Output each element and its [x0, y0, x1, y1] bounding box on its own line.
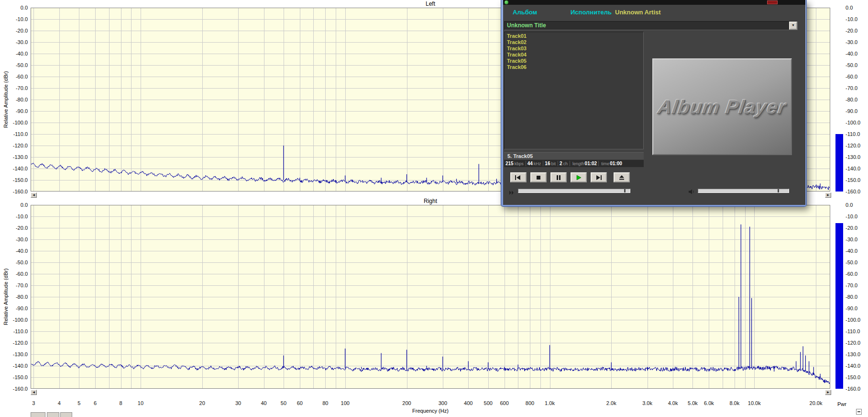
left-y-tick-label-right: -130.0: [846, 154, 860, 160]
channels-unit: ch: [563, 161, 568, 166]
volume-handle[interactable]: [778, 189, 779, 192]
left-y-tick-label: -20.0: [6, 28, 28, 34]
right-y-tick-label-right: -20.0: [846, 225, 857, 231]
right-y-tick-label-right: -10.0: [846, 214, 857, 220]
right-y-tick-label-right: -70.0: [846, 282, 857, 289]
left-y-tick-label: 0.0: [6, 5, 28, 11]
bitrate-unit: kbps: [515, 161, 524, 166]
track-list-item[interactable]: Track02: [507, 39, 643, 45]
left-y-tick-label: -100.0: [6, 120, 28, 126]
time-segment: time01:00: [599, 161, 624, 166]
x-tick-label: 60: [288, 400, 312, 406]
channels-value: 2: [560, 161, 562, 166]
stop-icon: [535, 175, 542, 180]
right-y-tick-label: -30.0: [6, 237, 28, 243]
left-y-tick-label: -60.0: [6, 74, 28, 80]
power-meter-label: Pwr: [837, 401, 846, 407]
right-y-tick-label-right: -60.0: [846, 271, 857, 277]
right-y-tick-label-right: -150.0: [846, 374, 860, 381]
left-y-tick-label: -10.0: [6, 16, 28, 23]
left-y-tick-label: -110.0: [6, 131, 28, 137]
app-icon: [505, 0, 508, 4]
window-control-fragment[interactable]: [767, 0, 778, 4]
samplerate-segment: 44kHz: [526, 161, 544, 166]
channels-segment: 2ch: [558, 161, 570, 166]
player-titlebar[interactable]: [503, 0, 805, 5]
left-y-tick-label-right: -50.0: [846, 62, 857, 68]
bitdepth-value: 16: [545, 161, 550, 166]
now-playing-status: 5. Track05: [504, 152, 644, 159]
background-window-fragment: [47, 412, 59, 417]
dropdown-button[interactable]: ▼: [789, 22, 797, 30]
time-label: time: [601, 161, 609, 166]
right-y-tick-label: -130.0: [6, 351, 28, 358]
left-y-tick-label: -50.0: [6, 62, 28, 68]
left-y-tick-label-right: -160.0: [846, 189, 860, 195]
right-y-tick-label-right: -50.0: [846, 259, 857, 266]
power-meter-collapse-box[interactable]: [856, 409, 862, 415]
left-power-meter: [835, 134, 843, 192]
track-list-item[interactable]: Track04: [507, 52, 643, 58]
progress-slider[interactable]: [518, 189, 630, 193]
samplerate-value: 44: [527, 161, 533, 166]
track-list-item[interactable]: Track03: [507, 45, 643, 52]
left-y-tick-label: -140.0: [6, 166, 28, 172]
left-y-tick-label-right: -90.0: [846, 108, 857, 114]
eject-button[interactable]: [614, 172, 630, 182]
volume-slider[interactable]: [698, 189, 789, 193]
album-title-dropdown[interactable]: Unknown Title ▼: [504, 21, 798, 30]
track-list-item[interactable]: Track06: [507, 64, 643, 70]
right-y-tick-label: -20.0: [6, 225, 28, 231]
length-segment: length01:02: [570, 161, 599, 166]
progress-handle[interactable]: [624, 189, 626, 192]
left-y-tick-label: -160.0: [6, 189, 28, 195]
artist-value: Unknown Artist: [615, 9, 661, 16]
stop-button[interactable]: [530, 172, 547, 182]
x-tick-label: 20: [190, 400, 214, 406]
right-y-tick-label-right: 0.0: [846, 202, 853, 208]
x-tick-label: 2.0k: [599, 400, 623, 406]
pause-button[interactable]: [550, 172, 567, 182]
eject-icon: [618, 175, 626, 180]
left-chart-scroll-right-button[interactable]: ▶: [825, 192, 831, 198]
album-player-logo: Album Player: [657, 96, 788, 118]
now-playing-text: 5. Track05: [507, 153, 533, 159]
left-y-tick-label: -80.0: [6, 97, 28, 103]
track-list-item[interactable]: Track05: [507, 58, 643, 64]
album-title-value: Unknown Title: [507, 22, 546, 29]
bitdepth-unit: bit: [551, 161, 556, 166]
left-chart-scroll-left-button[interactable]: ◀: [31, 192, 37, 198]
right-y-tick-label-right: -140.0: [846, 363, 860, 369]
right-y-tick-label: -120.0: [6, 340, 28, 346]
x-tick-label: 100: [333, 400, 357, 406]
x-tick-label: 3: [22, 400, 45, 406]
right-y-tick-label-right: -110.0: [846, 328, 860, 335]
left-y-tick-label: -130.0: [6, 154, 28, 160]
right-chart-scroll-right-button[interactable]: ▶: [825, 390, 831, 395]
minus-icon: [857, 411, 860, 412]
previous-track-button[interactable]: [510, 172, 527, 182]
spectrum-analyzer-screen: Left Right Relative Amplitude (dBr) Rela…: [0, 0, 868, 417]
right-y-tick-label-right: -130.0: [846, 351, 860, 358]
track-info-bar: 215kbps 44kHz 16bit 2ch length01:02 time…: [504, 160, 644, 167]
right-y-tick-label-right: -160.0: [846, 386, 860, 392]
right-y-tick-label: -110.0: [6, 328, 28, 335]
next-track-button[interactable]: [591, 172, 607, 182]
track-list[interactable]: Track01Track02Track03Track04Track05Track…: [504, 32, 644, 149]
x-tick-label: 200: [395, 400, 419, 406]
left-y-tick-label-right: -40.0: [846, 51, 857, 57]
left-y-tick-label-right: -100.0: [846, 120, 860, 126]
track-list-item[interactable]: Track01: [507, 33, 643, 39]
right-y-tick-label-right: -40.0: [846, 248, 857, 254]
right-y-tick-label-right: -100.0: [846, 317, 860, 323]
chevron-down-icon: ▼: [790, 23, 796, 28]
x-tick-label: 30: [226, 400, 250, 406]
x-tick-label: 300: [431, 400, 455, 406]
left-y-tick-label-right: -80.0: [846, 97, 857, 103]
right-chart-scroll-left-button[interactable]: ◀: [31, 390, 37, 395]
album-label: Альбом: [513, 9, 537, 16]
artist-label: Исполнитель: [571, 9, 612, 16]
play-button[interactable]: [571, 172, 587, 182]
right-y-tick-label: -70.0: [6, 282, 28, 289]
left-y-tick-label-right: -140.0: [846, 166, 860, 172]
